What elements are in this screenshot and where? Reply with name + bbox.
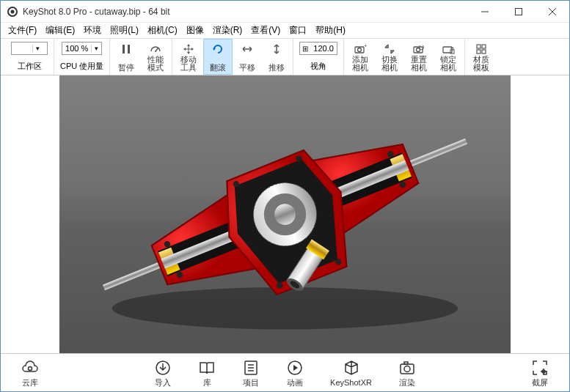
camera-plus-icon: +	[354, 42, 367, 56]
maximize-button[interactable]	[502, 1, 536, 23]
viewport-right-margin	[511, 75, 569, 353]
performance-button[interactable]: 性能 模式	[141, 39, 170, 75]
viewport	[1, 75, 569, 353]
svg-point-9	[155, 51, 156, 52]
move-icon	[182, 42, 195, 56]
menu-image[interactable]: 图像	[182, 23, 208, 38]
cpu-usage-combo[interactable]: 100 %▾ CPU 使用量	[56, 39, 108, 75]
svg-point-15	[357, 48, 361, 51]
book-icon	[198, 358, 216, 377]
menu-lighting[interactable]: 照明(L)	[106, 23, 143, 38]
render-view[interactable]	[59, 75, 511, 353]
svg-rect-7	[128, 45, 130, 53]
window-title: KeyShot 8.0 Pro - cutaway.bip - 64 bit	[23, 7, 170, 17]
menu-view[interactable]: 查看(V)	[246, 23, 285, 38]
play-circle-icon	[286, 358, 304, 377]
lock-camera-button[interactable]: 锁定 相机	[434, 39, 463, 75]
menu-help[interactable]: 帮助(H)	[311, 23, 350, 38]
pan-icon	[241, 42, 254, 56]
minimize-button[interactable]	[468, 1, 502, 23]
dolly-button[interactable]: 推移	[262, 39, 291, 75]
svg-rect-21	[477, 45, 481, 48]
svg-point-59	[404, 366, 410, 372]
chevron-down-icon: ▾	[91, 45, 101, 52]
camera-icon	[398, 358, 416, 377]
rotate-icon	[211, 42, 224, 56]
viewport-left-margin	[1, 75, 59, 353]
chevron-down-icon: ▾	[32, 45, 43, 52]
svg-rect-23	[477, 50, 481, 53]
svg-rect-60	[404, 362, 408, 364]
import-button[interactable]: 导入	[141, 354, 185, 391]
svg-text:+: +	[364, 42, 367, 49]
svg-point-1	[11, 10, 15, 13]
render-button[interactable]: 渲染	[385, 354, 429, 391]
cube-icon	[343, 358, 360, 377]
view-angle-input[interactable]: ⊞120.0 视角	[295, 39, 342, 75]
menu-file[interactable]: 文件(F)	[4, 23, 41, 38]
menu-edit[interactable]: 编辑(E)	[41, 23, 79, 38]
pause-button[interactable]: 暂停	[112, 39, 141, 75]
toolbar: ▾ 工作区 100 %▾ CPU 使用量 暂停 性能 模式 移动 工具 翻滚	[1, 39, 569, 75]
crop-target-icon	[531, 358, 549, 377]
angle-icon: ⊞	[300, 45, 310, 53]
gauge-icon	[149, 42, 162, 56]
svg-rect-6	[123, 45, 125, 53]
model-cutaway-render	[59, 75, 511, 353]
menu-render[interactable]: 渲染(R)	[208, 23, 247, 38]
svg-rect-3	[516, 8, 522, 15]
workspace-combo[interactable]: ▾ 工作区	[7, 39, 52, 75]
animation-button[interactable]: 动画	[273, 354, 317, 391]
cloud-icon	[21, 358, 39, 377]
reset-camera-button[interactable]: 重置 相机	[404, 39, 434, 75]
library-button[interactable]: 库	[185, 354, 229, 391]
list-icon	[242, 358, 260, 377]
cloud-library-button[interactable]: 云库	[8, 354, 52, 391]
close-button[interactable]	[536, 1, 569, 23]
add-camera-button[interactable]: + 添加 相机	[346, 39, 375, 75]
svg-rect-22	[482, 45, 486, 48]
menu-camera[interactable]: 相机(C)	[143, 23, 182, 38]
switch-camera-button[interactable]: 切换 相机	[375, 39, 404, 75]
camera-reset-icon	[412, 42, 425, 56]
material-icon	[475, 42, 488, 56]
material-template-button[interactable]: 材质 模板	[467, 39, 496, 75]
pause-icon	[120, 42, 133, 56]
svg-point-51	[29, 367, 32, 371]
bottombar: 云库 导入 库 项目 动画 KeyShotXR 渲染 截屏	[1, 353, 569, 391]
move-tool-button[interactable]: 移动 工具	[174, 39, 203, 75]
screenshot-button[interactable]: 截屏	[518, 354, 562, 391]
project-button[interactable]: 项目	[229, 354, 273, 391]
camera-switch-icon	[383, 42, 396, 56]
titlebar: KeyShot 8.0 Pro - cutaway.bip - 64 bit	[1, 1, 569, 23]
svg-rect-27	[403, 138, 468, 169]
menu-environment[interactable]: 环境	[79, 23, 106, 38]
keyshotxr-button[interactable]: KeyShotXR	[317, 354, 385, 391]
svg-rect-24	[482, 50, 486, 53]
dolly-icon	[270, 42, 283, 56]
camera-lock-icon	[442, 42, 455, 56]
tumble-button[interactable]: 翻滚	[203, 39, 233, 75]
pan-button[interactable]: 平移	[233, 39, 262, 75]
svg-point-25	[112, 287, 458, 329]
menubar: 文件(F) 编辑(E) 环境 照明(L) 相机(C) 图像 渲染(R) 查看(V…	[1, 23, 569, 39]
import-icon	[154, 358, 172, 377]
menu-window[interactable]: 窗口	[285, 23, 311, 38]
app-logo-icon	[7, 6, 18, 18]
svg-rect-26	[103, 259, 168, 290]
